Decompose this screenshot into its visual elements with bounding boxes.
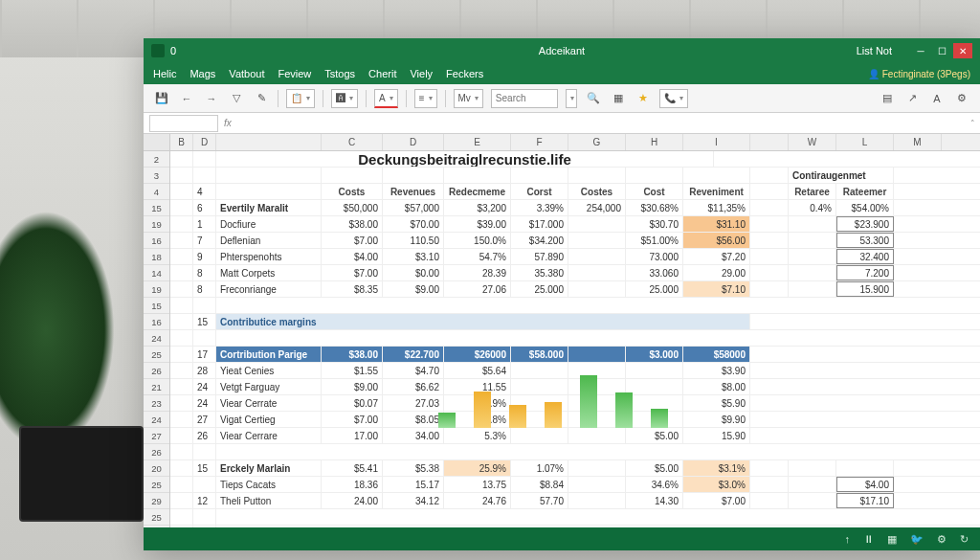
cell[interactable]: 25.9% [444, 460, 511, 476]
row-header[interactable]: 3 [144, 168, 169, 184]
cell[interactable]: 5.3% [444, 428, 511, 443]
cell[interactable]: 24.76 [444, 493, 511, 508]
row-header[interactable]: 25 [144, 347, 169, 363]
cell[interactable]: $5.00 [626, 460, 683, 476]
cell[interactable]: Vigat Certieg [216, 412, 322, 427]
cell[interactable] [383, 168, 444, 183]
cell[interactable]: 35.380 [511, 265, 568, 280]
cell[interactable] [170, 379, 193, 394]
col-header[interactable]: H [626, 134, 683, 150]
cell[interactable] [216, 168, 322, 183]
col-header[interactable] [750, 134, 789, 150]
cell[interactable]: Rateemer [836, 184, 894, 199]
user-label[interactable]: 👤 Fectinginate (3Pegs) [868, 69, 970, 79]
cell[interactable]: 9 [193, 249, 216, 264]
cell[interactable]: $11,35% [683, 200, 750, 215]
cell[interactable]: 7 [193, 233, 216, 248]
cell[interactable] [170, 168, 193, 183]
cell[interactable]: 54.7% [444, 249, 511, 264]
align-dropdown[interactable]: ≡ [414, 89, 437, 108]
cell[interactable] [789, 249, 836, 264]
col-header[interactable]: L [836, 134, 894, 150]
brush-icon[interactable]: ✎ [253, 90, 270, 107]
cell[interactable]: $57,000 [383, 200, 444, 215]
cell[interactable] [322, 168, 383, 183]
cell[interactable]: 53.300 [836, 233, 894, 248]
cell[interactable]: Matt Corpets [216, 265, 322, 280]
collapse-icon[interactable]: ˄ [965, 119, 980, 128]
cell[interactable] [170, 444, 193, 459]
cell[interactable] [216, 184, 322, 199]
chart-icon[interactable]: ▦ [610, 90, 627, 107]
cell[interactable]: 1 [193, 216, 216, 232]
cell[interactable] [170, 151, 193, 167]
name-box[interactable] [149, 115, 218, 132]
cell[interactable]: $5.38 [383, 460, 444, 476]
cell[interactable]: 32.400 [836, 249, 894, 264]
search-input[interactable] [491, 89, 558, 108]
row-header[interactable]: 25 [144, 509, 169, 526]
col-header[interactable]: M [894, 134, 942, 150]
cell[interactable]: $8.35 [322, 281, 383, 297]
cell[interactable]: 4 [193, 184, 216, 199]
cell[interactable] [568, 477, 626, 492]
cell[interactable]: 29.00 [683, 265, 750, 280]
cell[interactable]: 15.17 [383, 477, 444, 492]
cell[interactable]: 73.000 [626, 249, 683, 264]
cell[interactable] [789, 460, 836, 476]
star-icon[interactable]: ★ [635, 90, 652, 107]
cell[interactable] [193, 444, 216, 459]
cell[interactable]: $3,200 [444, 200, 511, 215]
cell[interactable]: $7.10 [683, 281, 750, 297]
row-header[interactable]: 20 [144, 460, 169, 477]
cell[interactable] [511, 168, 568, 183]
settings-icon[interactable]: ⚙ [953, 90, 970, 107]
cell[interactable]: 15.900 [836, 281, 894, 297]
cell[interactable]: 14.30 [626, 493, 683, 508]
col-header[interactable]: W [789, 134, 836, 150]
cell[interactable]: $8.00 [683, 379, 750, 394]
cell[interactable] [170, 249, 193, 264]
cell[interactable]: $30.68% [626, 200, 683, 215]
col-header[interactable]: C [322, 134, 383, 150]
row-header[interactable]: 26 [144, 363, 169, 379]
cell[interactable] [750, 460, 789, 476]
status-icon[interactable]: ↑ [845, 533, 851, 545]
cell[interactable]: Phterspenohts [216, 249, 322, 264]
cell[interactable]: 110.50 [383, 233, 444, 248]
col-header[interactable]: F [511, 134, 568, 150]
cell[interactable] [170, 200, 193, 215]
cell[interactable] [750, 233, 789, 248]
cell[interactable]: $23.900 [836, 216, 894, 232]
cell[interactable] [170, 428, 193, 443]
fx-icon[interactable]: fx [224, 118, 232, 128]
cell[interactable]: $34.200 [511, 233, 568, 248]
cell[interactable]: $50,000 [322, 200, 383, 215]
cell[interactable] [750, 281, 789, 297]
cell[interactable] [170, 493, 193, 508]
cell[interactable] [626, 168, 683, 183]
cell[interactable] [568, 216, 626, 232]
row-header[interactable]: 18 [144, 249, 169, 265]
cell[interactable]: 3.39% [511, 200, 568, 215]
row-header[interactable]: 19 [144, 216, 169, 233]
cell[interactable]: 33.060 [626, 265, 683, 280]
cell[interactable] [193, 330, 216, 346]
row-header[interactable]: 24 [144, 330, 169, 347]
cell[interactable]: 24.00 [322, 493, 383, 508]
col-header[interactable]: D [193, 134, 216, 150]
save-icon[interactable]: 💾 [153, 90, 170, 107]
menu-item[interactable]: Mags [189, 68, 215, 79]
menu-item[interactable]: Viely [410, 68, 433, 79]
cell[interactable]: 27.06 [444, 281, 511, 297]
cell[interactable]: 18.36 [322, 477, 383, 492]
cell[interactable]: $0.00 [383, 265, 444, 280]
cell[interactable]: 57.70 [511, 493, 568, 508]
cell[interactable]: $7.20 [683, 249, 750, 264]
titlebar-left-btn[interactable]: 0 [170, 45, 176, 56]
cell[interactable] [789, 216, 836, 232]
menu-item[interactable]: Feckers [446, 68, 483, 79]
cell[interactable] [170, 509, 193, 525]
menu-item[interactable]: Feview [278, 68, 311, 79]
cell[interactable]: 254,000 [568, 200, 626, 215]
